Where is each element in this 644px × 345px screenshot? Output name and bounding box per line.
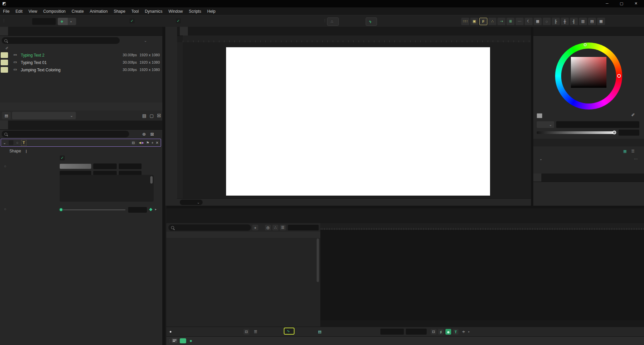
viewport-tool-help-checkbox[interactable]: ✓ (176, 18, 181, 23)
open-folder-icon[interactable]: ▤ (142, 113, 146, 118)
value-snap-button[interactable]: ♯ (438, 329, 444, 335)
text-animator-button[interactable]: T (453, 329, 459, 335)
grid-view-icon[interactable]: ▦ (597, 18, 605, 25)
graph-top-ruler[interactable] (320, 223, 644, 230)
v-splitter-right[interactable] (531, 27, 533, 208)
project-set-dropdown[interactable]: ⌄ (12, 112, 76, 119)
asset-row[interactable]: ▭Typing Text 0130.00fps1920 x 1080 (0, 59, 162, 66)
kf-value-field[interactable] (406, 329, 427, 335)
color-wheel[interactable] (555, 43, 622, 110)
moon-icon[interactable]: ☾ (525, 18, 533, 25)
color-keyframe-icon[interactable]: ○ (4, 164, 6, 168)
menu-scripts[interactable]: Scripts (186, 7, 204, 15)
layer-search[interactable] (168, 224, 251, 231)
connections-icon[interactable]: ⊟ (130, 140, 137, 145)
saturation-square[interactable] (571, 57, 606, 88)
demo-scenes-button[interactable]: ∴ (327, 17, 339, 26)
composition-canvas[interactable] (226, 47, 490, 196)
search-plus-icon[interactable]: ⊕ (142, 132, 146, 137)
hex-dropdown[interactable]: ⌄ (537, 121, 554, 128)
graph-plot[interactable] (320, 234, 644, 320)
layer-search-input[interactable] (176, 225, 248, 230)
slider-range-button[interactable]: ≑ (460, 329, 467, 335)
more-icon[interactable]: ⋯ (516, 18, 524, 25)
collapse-icon[interactable]: ⌄ (3, 141, 6, 145)
snap-angle-field[interactable] (32, 18, 56, 25)
fill-checkbox[interactable]: ✓ (60, 155, 65, 160)
tab-assets[interactable] (0, 27, 8, 36)
individual-mode-button[interactable]: ▪ (68, 18, 76, 25)
scatter-filter-button[interactable]: ∴ (272, 225, 278, 230)
v-splitter-left[interactable] (162, 27, 165, 345)
clear-search-icon[interactable]: ⊠ (150, 132, 154, 137)
asset-row[interactable]: ▭Jumping Text Coloring30.00fps1920 x 108… (0, 66, 162, 74)
grid-view-icon[interactable]: ▦ (623, 149, 627, 153)
shaders-scrollbar[interactable] (150, 176, 153, 184)
snapshot-button[interactable]: ⊡ (244, 329, 249, 335)
ring-selector[interactable] (617, 74, 621, 78)
graph-editor-button[interactable]: ∿ (284, 328, 294, 335)
menu-tool[interactable]: Tool (128, 7, 142, 15)
box-select-button[interactable]: ⊡ (431, 329, 436, 335)
close-attribute-icon[interactable]: ✕ (156, 141, 159, 145)
in-arrow-icon[interactable]: ◀ (139, 141, 141, 144)
alpha-slider[interactable] (537, 131, 616, 134)
lasso-icon[interactable]: ◌ (543, 18, 551, 25)
status-grip[interactable]: ⋮ (168, 339, 171, 343)
menu-dynamics[interactable]: Dynamics (142, 7, 166, 15)
alpha-slider-knob[interactable] (59, 208, 63, 212)
layer-scrollbar[interactable] (317, 238, 319, 282)
columns-view-icon[interactable]: ▥ (579, 18, 587, 25)
asset-color-chip[interactable] (1, 67, 8, 73)
pin-icon[interactable]: ⚑ (146, 141, 149, 145)
attribute-layer-header[interactable]: ⌄ ○ T ⊟ ◀ ▶ ⚑ + ✕ (1, 139, 161, 147)
alpha-value-field[interactable] (128, 207, 147, 213)
swatch-group-dropdown[interactable]: ⌄ (537, 157, 542, 161)
rows-view-icon[interactable]: ▤ (588, 18, 596, 25)
keyframe-circle-icon[interactable]: ○ (16, 141, 18, 145)
sort-order-dropdown[interactable]: ⌄ (142, 39, 147, 43)
layer-tools-checkbox[interactable]: ✓ (129, 18, 135, 23)
align-stack-icon[interactable]: ≣ (506, 18, 515, 25)
asset-color-chip[interactable] (1, 60, 8, 65)
color-swatch[interactable] (60, 164, 91, 169)
menu-view[interactable]: View (25, 7, 40, 15)
graph-range-bar[interactable] (320, 230, 644, 234)
group-mode-button[interactable]: ❖ (58, 18, 68, 25)
asset-color-chip[interactable] (1, 52, 8, 58)
filter-options-button[interactable]: ☰ (280, 225, 286, 230)
time-editor-button[interactable]: ☰ (252, 329, 261, 335)
list-view-icon[interactable]: ☰ (631, 149, 635, 153)
hex-value-field[interactable] (556, 121, 639, 128)
tab-align[interactable] (533, 174, 541, 182)
align-left-icon[interactable]: ╟ (552, 18, 560, 25)
next-keyframe-icon[interactable]: ▸ (155, 208, 157, 211)
toolbar-grip[interactable]: ⋮ (2, 18, 6, 23)
grid-dots-icon[interactable]: ∷∷ (461, 18, 469, 25)
graph-editor[interactable] (320, 223, 644, 327)
out-arrow-icon[interactable]: ▶ (142, 141, 144, 144)
menu-shape[interactable]: Shape (111, 7, 128, 15)
menu-help[interactable]: Help (204, 7, 219, 15)
menu-edit[interactable]: Edit (12, 7, 25, 15)
kf-frame-field[interactable] (380, 329, 404, 335)
swatch-menu-icon[interactable]: ⋯ (634, 157, 638, 161)
attribute-search-input[interactable] (9, 132, 126, 136)
viewport-canvas-zone[interactable] (183, 42, 531, 198)
alpha-slider[interactable] (60, 209, 125, 210)
alpha-slider-handle[interactable] (612, 131, 616, 134)
align-center-icon[interactable]: ╫ (561, 18, 569, 25)
menu-create[interactable]: Create (69, 7, 87, 15)
message-count-badge[interactable] (180, 338, 186, 343)
asset-search-input[interactable] (9, 38, 117, 43)
trash-icon[interactable]: ☒ (157, 113, 161, 118)
maximize-button[interactable]: ▢ (616, 1, 627, 6)
alpha-255-field[interactable] (119, 163, 142, 169)
project-settings-button[interactable]: ▤ (2, 112, 11, 119)
alpha-keyframe-icon[interactable]: ○ (4, 207, 6, 211)
default-keyframe-layer-dropdown[interactable]: ▤ (318, 329, 323, 335)
alpha-value-field[interactable] (619, 130, 639, 136)
menu-file[interactable]: File (0, 7, 12, 15)
cube-icon[interactable]: ▣ (470, 18, 478, 25)
minimize-button[interactable]: ─ (602, 1, 612, 5)
